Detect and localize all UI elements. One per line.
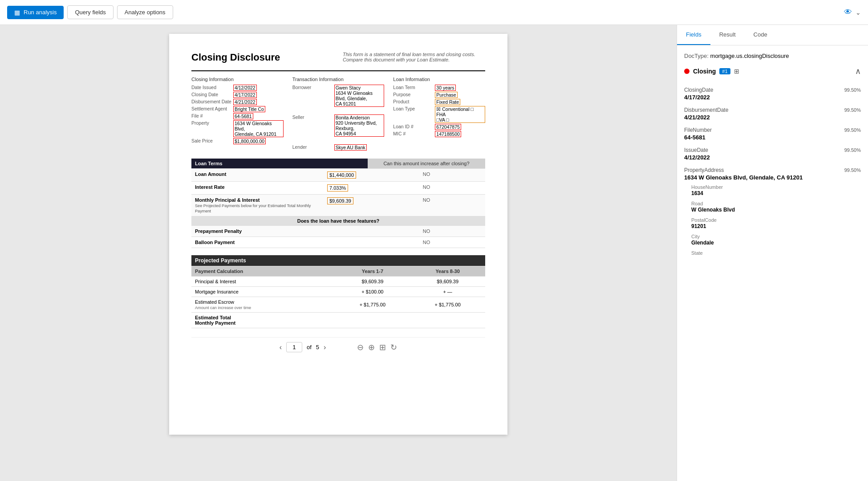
page-number-input[interactable] xyxy=(286,342,302,352)
query-fields-button[interactable]: Query fields xyxy=(67,5,113,19)
loan-terms-table: Loan Terms Can this amount increase afte… xyxy=(191,159,485,248)
city-field: City Glendale xyxy=(691,234,861,246)
zoom-out-icon[interactable]: ⊖ xyxy=(357,342,364,352)
info-row: MIC # 147188500 xyxy=(393,131,485,137)
monthly-principal-value: $9,609.39 xyxy=(324,195,368,216)
balloon-value xyxy=(324,237,368,248)
balloon-answer: NO xyxy=(368,237,485,248)
features-divider: Does the loan have these features? xyxy=(191,216,485,226)
balloon-label: Balloon Payment xyxy=(191,237,324,248)
analyze-options-label: Analyze options xyxy=(125,9,166,16)
zoom-in-icon[interactable]: ⊕ xyxy=(368,342,375,352)
tab-fields[interactable]: Fields xyxy=(677,25,710,45)
document-page: Closing Disclosure This form is a statem… xyxy=(169,34,507,435)
rotate-icon[interactable]: ↻ xyxy=(390,342,397,352)
mortgage-insurance-col2: + — xyxy=(410,287,485,297)
fit-page-icon[interactable]: ⊞ xyxy=(379,342,386,352)
estimated-total-label: Estimated TotalMonthly Payment xyxy=(191,313,335,328)
document-title: Closing Disclosure xyxy=(191,52,280,63)
property-address-sub-fields: HouseNumber 1634 Road W Glenoaks Blvd Po… xyxy=(684,184,861,256)
info-row: Lender Skye AU Bank xyxy=(292,144,385,151)
panel-content: DocType: mortgage.us.closingDisclosure C… xyxy=(677,45,868,481)
run-analysis-button[interactable]: ▦ Run analysis xyxy=(7,6,64,19)
info-row: Closing Date 4/17/2022 xyxy=(191,92,284,98)
info-grid: Closing Information Date Issued 4/12/202… xyxy=(191,77,485,151)
estimated-total-col1 xyxy=(335,313,410,328)
transaction-information-section: Transaction Information Borrower Gwen St… xyxy=(292,77,385,151)
doctype-value: mortgage.us.closingDisclosure xyxy=(710,53,789,59)
eye-icon[interactable]: 👁 xyxy=(844,8,852,17)
info-row: Settlement Agent Bright Title Co xyxy=(191,106,284,112)
issue-date-field: IssueDate 99.50% 4/12/2022 xyxy=(684,147,861,161)
doctype-label: DocType: xyxy=(684,53,709,59)
loan-amount-increase: NO xyxy=(368,169,485,182)
info-row: Borrower Gwen Stacy1634 W Glenoaks Blvd,… xyxy=(292,85,385,107)
projected-col-headers: Payment Calculation Years 1-7 Years 8-30 xyxy=(191,266,485,277)
collapse-icon[interactable]: ∧ xyxy=(855,66,861,76)
panel-tabs: Fields Result Code xyxy=(677,25,868,45)
document-subtitle: This form is a statement of final loan t… xyxy=(343,52,485,62)
info-row: Date Issued 4/12/2022 xyxy=(191,85,284,91)
can-increase-header: Can this amount increase after closing? xyxy=(368,159,485,169)
analyze-options-button[interactable]: Analyze options xyxy=(117,5,173,19)
query-fields-label: Query fields xyxy=(75,9,105,16)
chevron-down-icon[interactable]: ⌄ xyxy=(856,9,861,16)
table-row: Mortgage Insurance + $100.00 + — xyxy=(191,287,485,297)
loan-terms-header: Loan Terms xyxy=(191,159,324,169)
page-of-label: of xyxy=(307,344,312,351)
info-row: Purpose Purchase xyxy=(393,92,485,98)
state-field: State xyxy=(691,250,861,256)
tab-result[interactable]: Result xyxy=(710,25,745,45)
loan-amount-label: Loan Amount xyxy=(191,169,324,182)
estimated-total-col2 xyxy=(410,313,485,328)
toolbar: ▦ Run analysis Query fields Analyze opti… xyxy=(0,0,868,25)
monthly-principal-increase: NO xyxy=(368,195,485,216)
mortgage-insurance-label: Mortgage Insurance xyxy=(191,287,335,297)
transaction-info-title: Transaction Information xyxy=(292,77,385,82)
file-number-field: FileNumber 99.50% 64-5681 xyxy=(684,127,861,141)
closing-info-title: Closing Information xyxy=(191,77,284,82)
closing-information-section: Closing Information Date Issued 4/12/202… xyxy=(191,77,284,151)
prepayment-value xyxy=(324,226,368,237)
interest-rate-value: 7.033% xyxy=(324,182,368,195)
info-row: Seller Bonita Anderson920 University Blv… xyxy=(292,114,385,137)
table-row: Estimated TotalMonthly Payment xyxy=(191,313,485,328)
projected-payments-table: Projected Payments Payment Calculation Y… xyxy=(191,255,485,328)
doctype-row: DocType: mortgage.us.closingDisclosure xyxy=(684,53,861,59)
closing-indicator xyxy=(684,69,690,74)
next-page-button[interactable]: › xyxy=(324,343,326,351)
run-icon: ▦ xyxy=(14,9,20,16)
estimated-escrow-col2: + $1,775.00 xyxy=(410,297,485,313)
table-row: Estimated EscrowAmount can increase over… xyxy=(191,297,485,313)
interest-rate-increase: NO xyxy=(368,182,485,195)
years-8-30-col-header: Years 8-30 xyxy=(410,266,485,277)
prepayment-answer: NO xyxy=(368,226,485,237)
prev-page-button[interactable]: ‹ xyxy=(280,343,282,351)
table-row: Monthly Principal & Interest See Project… xyxy=(191,195,485,216)
postal-code-field: PostalCode 91201 xyxy=(691,217,861,229)
closing-badge: #1 xyxy=(719,68,730,74)
principal-interest-col2: $9,609.39 xyxy=(410,277,485,287)
main-content: Closing Disclosure This form is a statem… xyxy=(0,25,868,481)
info-row: Product Fixed Rate xyxy=(393,99,485,105)
estimated-escrow-col1: + $1,775.00 xyxy=(335,297,410,313)
loan-amount-value: $1,440,000 xyxy=(324,169,368,182)
info-row: Sale Price $1,800,000.00 xyxy=(191,138,284,144)
loan-info-title: Loan Information xyxy=(393,77,485,82)
info-row: Loan Term 30 years xyxy=(393,85,485,91)
payment-calc-col-header: Payment Calculation xyxy=(191,266,335,277)
features-header: Does the loan have these features? xyxy=(191,216,485,226)
house-number-field: HouseNumber 1634 xyxy=(691,184,861,196)
info-row: Loan ID # 672047875 xyxy=(393,124,485,130)
years-1-7-col-header: Years 1-7 xyxy=(335,266,410,277)
interest-rate-label: Interest Rate xyxy=(191,182,324,195)
estimated-escrow-label: Estimated EscrowAmount can increase over… xyxy=(191,297,335,313)
tab-code[interactable]: Code xyxy=(745,25,776,45)
table-row: Interest Rate 7.033% NO xyxy=(191,182,485,195)
info-row: File # 64-5681 xyxy=(191,113,284,119)
table-row: Prepayment Penalty NO xyxy=(191,226,485,237)
loan-amount-header-value xyxy=(324,159,368,169)
closing-date-field: ClosingDate 99.50% 4/17/2022 xyxy=(684,87,861,101)
right-panel: Fields Result Code DocType: mortgage.us.… xyxy=(677,25,868,481)
grid-view-icon[interactable]: ⊞ xyxy=(734,68,739,75)
